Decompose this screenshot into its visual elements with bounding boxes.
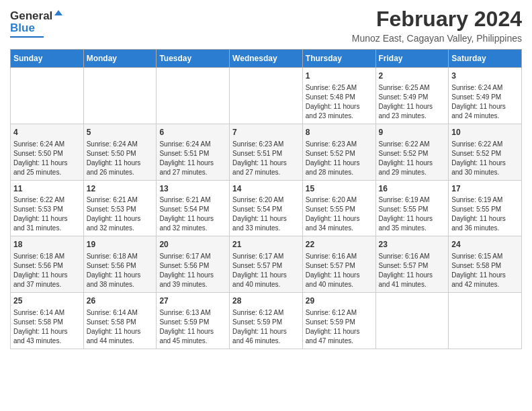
day-detail: Sunset: 5:53 PM <box>13 205 81 214</box>
calendar-cell: 23Sunrise: 6:16 AMSunset: 5:57 PMDayligh… <box>375 236 449 293</box>
day-number: 3 <box>451 71 519 82</box>
day-detail: Daylight: 11 hours and 43 minutes. <box>13 327 81 346</box>
calendar-week-5: 25Sunrise: 6:14 AMSunset: 5:58 PMDayligh… <box>11 293 522 349</box>
day-detail: Daylight: 11 hours and 40 minutes. <box>232 271 300 289</box>
day-number: 6 <box>159 127 226 138</box>
day-detail: Daylight: 11 hours and 40 minutes. <box>306 271 373 289</box>
day-number: 26 <box>87 295 154 307</box>
day-detail: Sunset: 5:52 PM <box>379 149 446 158</box>
day-detail: Sunset: 5:55 PM <box>451 205 519 214</box>
calendar-cell: 9Sunrise: 6:22 AMSunset: 5:52 PMDaylight… <box>375 124 449 180</box>
day-detail: Sunrise: 6:17 AM <box>159 252 226 261</box>
day-number: 4 <box>13 127 81 138</box>
day-header-monday: Monday <box>83 50 157 68</box>
calendar-week-1: 1Sunrise: 6:25 AMSunset: 5:48 PMDaylight… <box>11 68 522 124</box>
day-number: 17 <box>451 183 519 195</box>
day-detail: Daylight: 11 hours and 41 minutes. <box>379 271 446 289</box>
day-detail: Daylight: 11 hours and 31 minutes. <box>13 214 81 233</box>
day-number: 16 <box>379 183 446 195</box>
day-header-friday: Friday <box>375 50 449 68</box>
day-detail: Daylight: 11 hours and 30 minutes. <box>451 158 519 177</box>
day-detail: Sunrise: 6:22 AM <box>451 140 519 149</box>
day-detail: Daylight: 11 hours and 32 minutes. <box>87 214 154 233</box>
day-detail: Sunrise: 6:22 AM <box>379 140 446 149</box>
title-area: February 2024 Munoz East, Cagayan Valley… <box>352 7 522 44</box>
calendar-cell: 5Sunrise: 6:24 AMSunset: 5:50 PMDaylight… <box>83 124 157 180</box>
calendar-cell: 16Sunrise: 6:19 AMSunset: 5:55 PMDayligh… <box>375 180 449 236</box>
day-detail: Sunset: 5:57 PM <box>379 261 446 271</box>
calendar-cell: 2Sunrise: 6:25 AMSunset: 5:49 PMDaylight… <box>375 68 449 124</box>
day-number: 20 <box>159 239 226 250</box>
day-number: 10 <box>451 127 519 138</box>
day-detail: Sunset: 5:58 PM <box>451 261 519 271</box>
day-detail: Sunrise: 6:14 AM <box>13 308 81 318</box>
day-detail: Daylight: 11 hours and 25 minutes. <box>13 158 81 177</box>
day-detail: Sunrise: 6:23 AM <box>306 140 373 149</box>
day-detail: Sunset: 5:54 PM <box>159 205 226 214</box>
calendar-cell: 15Sunrise: 6:20 AMSunset: 5:55 PMDayligh… <box>302 180 375 236</box>
day-detail: Sunrise: 6:25 AM <box>306 83 373 93</box>
page-subtitle: Munoz East, Cagayan Valley, Philippines <box>352 33 522 44</box>
day-number: 8 <box>306 127 373 138</box>
day-detail: Daylight: 11 hours and 27 minutes. <box>232 158 300 177</box>
day-detail: Sunrise: 6:14 AM <box>87 308 154 318</box>
calendar-table: SundayMondayTuesdayWednesdayThursdayFrid… <box>10 49 522 349</box>
day-header-sunday: Sunday <box>11 50 84 68</box>
day-detail: Sunrise: 6:23 AM <box>232 140 300 149</box>
day-detail: Sunrise: 6:16 AM <box>379 252 446 261</box>
day-detail: Sunrise: 6:20 AM <box>232 195 300 205</box>
day-detail: Sunrise: 6:19 AM <box>451 195 519 205</box>
day-detail: Daylight: 11 hours and 46 minutes. <box>232 327 300 346</box>
day-detail: Sunset: 5:55 PM <box>306 205 373 214</box>
day-detail: Daylight: 11 hours and 34 minutes. <box>306 214 373 233</box>
calendar-cell <box>157 68 230 124</box>
day-detail: Daylight: 11 hours and 23 minutes. <box>379 102 446 121</box>
day-header-tuesday: Tuesday <box>157 50 230 68</box>
logo-general: General <box>10 9 52 23</box>
day-detail: Sunrise: 6:24 AM <box>159 140 226 149</box>
day-detail: Sunrise: 6:22 AM <box>13 195 81 205</box>
day-detail: Sunset: 5:52 PM <box>451 149 519 158</box>
day-number: 22 <box>306 239 373 250</box>
day-detail: Daylight: 11 hours and 47 minutes. <box>306 327 373 346</box>
calendar-cell: 24Sunrise: 6:15 AMSunset: 5:58 PMDayligh… <box>449 236 522 293</box>
calendar-cell <box>375 293 449 349</box>
calendar-cell: 13Sunrise: 6:21 AMSunset: 5:54 PMDayligh… <box>157 180 230 236</box>
day-number: 27 <box>159 295 226 307</box>
day-detail: Sunrise: 6:24 AM <box>451 83 519 93</box>
calendar-cell: 8Sunrise: 6:23 AMSunset: 5:52 PMDaylight… <box>302 124 375 180</box>
calendar-week-3: 11Sunrise: 6:22 AMSunset: 5:53 PMDayligh… <box>11 180 522 236</box>
day-detail: Daylight: 11 hours and 24 minutes. <box>451 102 519 121</box>
day-number: 18 <box>13 239 81 250</box>
calendar-cell: 14Sunrise: 6:20 AMSunset: 5:54 PMDayligh… <box>230 180 303 236</box>
day-detail: Sunset: 5:48 PM <box>306 93 373 102</box>
day-detail: Daylight: 11 hours and 35 minutes. <box>379 214 446 233</box>
logo-blue: Blue <box>10 21 35 35</box>
day-number: 13 <box>159 183 226 195</box>
day-number: 29 <box>306 295 373 307</box>
day-detail: Daylight: 11 hours and 39 minutes. <box>159 271 226 289</box>
day-number: 25 <box>13 295 81 307</box>
calendar-cell: 22Sunrise: 6:16 AMSunset: 5:57 PMDayligh… <box>302 236 375 293</box>
calendar-cell: 12Sunrise: 6:21 AMSunset: 5:53 PMDayligh… <box>83 180 157 236</box>
day-detail: Sunset: 5:55 PM <box>379 205 446 214</box>
day-detail: Sunset: 5:57 PM <box>232 261 300 271</box>
day-number: 11 <box>13 183 81 195</box>
day-detail: Sunrise: 6:12 AM <box>306 308 373 318</box>
calendar-cell <box>83 68 157 124</box>
day-detail: Sunrise: 6:18 AM <box>13 252 81 261</box>
calendar-cell: 20Sunrise: 6:17 AMSunset: 5:56 PMDayligh… <box>157 236 230 293</box>
calendar-cell: 29Sunrise: 6:12 AMSunset: 5:59 PMDayligh… <box>302 293 375 349</box>
day-detail: Daylight: 11 hours and 32 minutes. <box>159 214 226 233</box>
logo-icon <box>53 9 64 19</box>
day-detail: Sunset: 5:52 PM <box>306 149 373 158</box>
day-detail: Daylight: 11 hours and 37 minutes. <box>13 271 81 289</box>
day-detail: Sunrise: 6:24 AM <box>87 140 154 149</box>
day-detail: Sunset: 5:50 PM <box>13 149 81 158</box>
calendar-cell: 17Sunrise: 6:19 AMSunset: 5:55 PMDayligh… <box>449 180 522 236</box>
calendar-cell: 18Sunrise: 6:18 AMSunset: 5:56 PMDayligh… <box>11 236 84 293</box>
day-detail: Daylight: 11 hours and 28 minutes. <box>306 158 373 177</box>
day-detail: Sunrise: 6:21 AM <box>159 195 226 205</box>
day-detail: Sunrise: 6:13 AM <box>159 308 226 318</box>
calendar-cell: 25Sunrise: 6:14 AMSunset: 5:58 PMDayligh… <box>11 293 84 349</box>
